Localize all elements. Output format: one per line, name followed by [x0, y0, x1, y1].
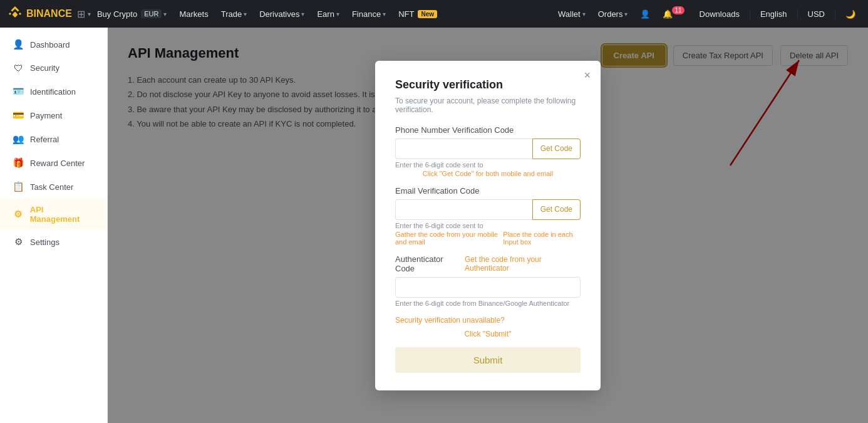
email-label: Email Verification Code [395, 186, 581, 196]
nav-trade[interactable]: Trade ▾ [215, 9, 253, 19]
eur-badge: EUR [141, 9, 162, 18]
nav-orders[interactable]: Orders ▾ [593, 9, 633, 19]
phone-hint: Enter the 6-digit code sent to [395, 161, 581, 169]
theme-toggle-icon[interactable]: 🌙 [840, 9, 860, 19]
nav-earn[interactable]: Earn ▾ [311, 9, 345, 19]
auth-code-group: Authenticator Code Get the code from you… [395, 254, 581, 307]
auth-label: Authenticator Code Get the code from you… [395, 254, 581, 273]
email-instruction-1: Gather the code from your mobile and ema… [395, 231, 499, 246]
topnav-right: Wallet ▾ Orders ▾ 👤 🔔11 Downloads Englis… [553, 9, 860, 19]
security-unavailable-link[interactable]: Security verification unavailable? [395, 316, 581, 325]
phone-code-input[interactable] [395, 138, 532, 159]
sidebar-item-referral[interactable]: 👥 Referral [0, 127, 107, 151]
nav-buy-crypto[interactable]: Buy Crypto EUR ▾ [91, 9, 173, 19]
phone-instruction: Click "Get Code" for both mobile and ema… [395, 170, 581, 177]
sidebar: 👤 Dashboard 🛡 Security 🪪 Identification … [0, 28, 108, 423]
phone-input-row: Get Code [395, 138, 581, 159]
sidebar-item-dashboard[interactable]: 👤 Dashboard [0, 33, 107, 56]
wallet-chevron: ▾ [582, 11, 586, 18]
auth-code-input[interactable] [395, 277, 581, 298]
modal-close-button[interactable]: × [584, 70, 591, 81]
nav-derivatives[interactable]: Derivatives ▾ [253, 9, 311, 19]
trade-chevron: ▾ [244, 11, 247, 18]
email-input-row: Get Code [395, 199, 581, 220]
email-instructions: Gather the code from your mobile and ema… [395, 229, 581, 246]
nav-nft[interactable]: NFT New [392, 9, 443, 19]
modal-overlay: × Security verification To secure your a… [108, 28, 868, 423]
modal-subtitle: To secure your account, please complete … [395, 97, 581, 114]
sidebar-item-task-center[interactable]: 📋 Task Center [0, 175, 107, 199]
security-verification-modal: × Security verification To secure your a… [375, 61, 601, 390]
referral-icon: 👥 [13, 133, 24, 145]
notification-icon[interactable]: 🔔11 [658, 9, 691, 19]
main-layout: 👤 Dashboard 🛡 Security 🪪 Identification … [0, 28, 868, 423]
reward-icon: 🎁 [13, 157, 24, 169]
dashboard-icon: 👤 [13, 39, 24, 50]
nav-divider-2 [797, 9, 798, 19]
identification-icon: 🪪 [13, 86, 24, 97]
main-content: API Management 1. Each account can creat… [108, 28, 868, 423]
nav-downloads[interactable]: Downloads [695, 9, 745, 19]
grid-icon[interactable]: ⊞ [77, 8, 85, 20]
top-navigation: BINANCE ⊞ ▾ Buy Crypto EUR ▾ Markets Tra… [0, 0, 868, 28]
email-hint: Enter the 6-digit code sent to [395, 222, 581, 229]
sidebar-item-reward-center[interactable]: 🎁 Reward Center [0, 151, 107, 175]
sidebar-item-security[interactable]: 🛡 Security [0, 56, 107, 80]
email-instruction-2: Place the code in each Input box [503, 231, 581, 246]
nav-language[interactable]: English [755, 9, 792, 19]
earn-chevron: ▾ [336, 11, 339, 18]
nav-divider-3 [835, 9, 835, 19]
nav-finance[interactable]: Finance ▾ [346, 9, 392, 19]
sidebar-item-identification[interactable]: 🪪 Identification [0, 80, 107, 103]
nav-divider-1 [750, 9, 750, 19]
phone-verification-group: Phone Number Verification Code Get Code … [395, 125, 581, 177]
finance-chevron: ▾ [383, 11, 386, 18]
submit-button[interactable]: Submit [395, 347, 581, 373]
nav-wallet[interactable]: Wallet ▾ [553, 9, 591, 19]
settings-icon: ⚙ [13, 236, 24, 248]
sidebar-item-api-management[interactable]: ⚙ API Management [0, 199, 107, 230]
task-icon: 📋 [13, 181, 24, 192]
auth-instruction-inline: Get the code from your Authenticator [465, 255, 581, 273]
click-submit-hint: Click "Submit" [395, 330, 581, 338]
derivatives-chevron: ▾ [301, 11, 304, 18]
notification-badge: 11 [672, 6, 684, 14]
api-icon: ⚙ [13, 209, 24, 220]
auth-hint: Enter the 6-digit code from Binance/Goog… [395, 300, 581, 307]
buy-crypto-chevron: ▾ [163, 11, 167, 18]
binance-logo[interactable]: BINANCE [8, 6, 72, 21]
email-get-code-button[interactable]: Get Code [532, 199, 581, 220]
profile-icon[interactable]: 👤 [635, 9, 655, 19]
security-icon: 🛡 [13, 63, 24, 73]
new-badge: New [418, 10, 437, 18]
phone-label: Phone Number Verification Code [395, 125, 581, 135]
phone-get-code-button[interactable]: Get Code [532, 138, 581, 159]
modal-title: Security verification [395, 78, 581, 91]
orders-chevron: ▾ [624, 11, 628, 18]
sidebar-item-payment[interactable]: 💳 Payment [0, 103, 107, 127]
email-code-input[interactable] [395, 199, 532, 220]
payment-icon: 💳 [13, 110, 24, 121]
nav-markets[interactable]: Markets [173, 9, 214, 19]
sidebar-item-settings[interactable]: ⚙ Settings [0, 230, 107, 254]
nav-currency[interactable]: USD [803, 9, 830, 19]
email-verification-group: Email Verification Code Get Code Enter t… [395, 186, 581, 246]
